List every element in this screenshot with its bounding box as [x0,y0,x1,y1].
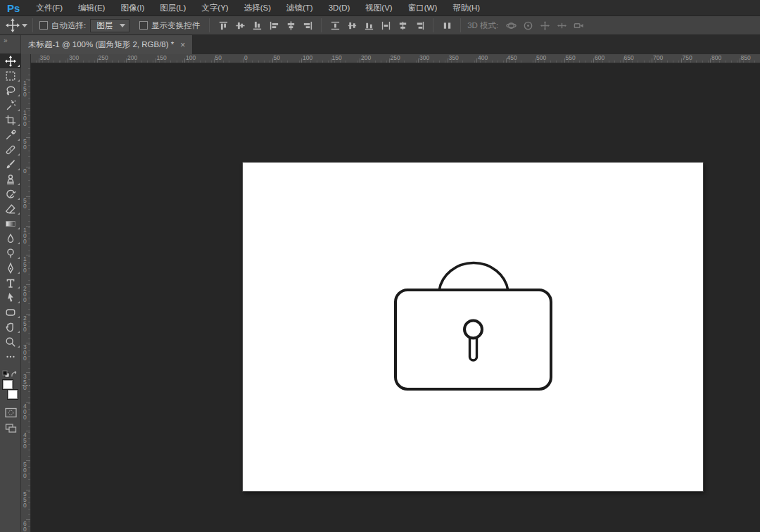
document-canvas[interactable] [243,163,703,491]
magic-wand-tool-button[interactable] [0,98,21,113]
flyout-triangle-icon [18,198,20,200]
ruler-major-tick [418,58,419,63]
align-top-edges-icon[interactable] [215,18,231,32]
3d-orbit-icon[interactable] [503,18,519,32]
document-tab[interactable]: 未标题-1 @ 100% (圆角矩形 2, RGB/8) * × [21,35,193,54]
menu-item-9[interactable]: 窗口(W) [400,0,445,16]
ruler-label: 400 [478,54,488,61]
ruler-label: 150 [332,54,342,61]
menu-item-8[interactable]: 视图(V) [357,0,400,16]
ruler-label: 4 0 0 [23,403,27,420]
menu-item-2[interactable]: 图像(I) [113,0,152,16]
brush-tool-button[interactable] [0,157,21,172]
double-chevron-icon: » [4,37,8,44]
ruler-label: 1 0 0 [23,227,27,244]
background-color-swatch[interactable] [7,389,18,400]
type-tool-button[interactable] [0,275,21,290]
distribute-top-edges-icon[interactable] [327,18,343,32]
ruler-label: 5 5 0 [23,491,27,508]
hand-tool-button[interactable] [0,319,21,334]
edit-toolbar-button[interactable] [0,349,21,364]
distribute-spacing-icon[interactable] [439,18,455,32]
chevron-down-icon[interactable] [22,23,27,27]
foreground-color-swatch[interactable] [2,379,13,390]
align-vertical-centers-icon[interactable] [232,18,248,32]
rounded-rectangle-tool-button[interactable] [0,305,21,319]
menu-item-7[interactable]: 3D(D) [321,0,358,16]
ruler-label: 850 [741,54,751,61]
flyout-triangle-icon [18,124,20,126]
ruler-major-tick [448,58,448,63]
crop-tool-button[interactable] [0,113,21,127]
menu-item-0[interactable]: 文件(F) [28,0,70,16]
ruler-major-tick [184,58,185,63]
flyout-triangle-icon [18,227,20,229]
tools-panel-collapse[interactable]: » [0,35,20,53]
horizontal-ruler[interactable]: 3503002502001501005005010015020025030035… [31,54,760,63]
ruler-label: 5 0 0 [23,462,27,479]
eraser-tool-button[interactable] [0,201,21,216]
flyout-triangle-icon [18,153,20,156]
align-right-edges-icon[interactable] [300,18,315,32]
clone-stamp-tool-button[interactable] [0,172,21,186]
ruler-label: 3 5 0 [23,374,27,391]
3d-slide-icon[interactable] [554,18,569,32]
show-transform-checkbox[interactable] [139,21,148,30]
spot-healing-brush-tool-button[interactable] [0,142,21,157]
eyedropper-tool-button[interactable] [0,127,21,142]
ruler-major-tick [331,58,331,63]
ruler-label: 1 5 0 [23,256,27,273]
3d-mode-label: 3D 模式: [467,20,498,31]
align-bottom-edges-icon[interactable] [249,18,265,32]
history-brush-tool-button[interactable] [0,186,21,201]
distribute-left-edges-icon[interactable] [378,18,393,32]
ruler-major-tick [593,58,594,63]
align-left-edges-icon[interactable] [266,18,281,32]
auto-select-checkbox[interactable] [39,21,48,30]
ruler-major-tick [681,58,682,63]
path-selection-tool-button[interactable] [0,290,21,305]
distribute-bottom-edges-icon[interactable] [361,18,376,32]
ruler-major-tick [126,58,127,63]
zoom-tool-button[interactable] [0,334,21,349]
ruler-label: 200 [127,54,137,61]
ruler-label: 2 0 0 [23,286,27,303]
ruler-major-tick [535,58,536,63]
3d-roll-icon[interactable] [520,18,536,32]
ruler-label: 0 [23,168,27,174]
auto-select-label: 自动选择: [51,20,86,31]
auto-select-target-dropdown[interactable]: 图层 [90,19,129,32]
canvas-viewport[interactable] [31,63,760,532]
padlock-outline-artwork [243,163,703,491]
menu-item-1[interactable]: 编辑(E) [70,0,113,16]
ruler-major-tick [389,58,390,63]
ruler-origin-corner[interactable] [21,54,31,63]
menu-item-10[interactable]: 帮助(H) [445,0,488,16]
ruler-label: 5 0 [23,198,27,209]
distribute-right-edges-icon[interactable] [412,18,427,32]
distribute-vertical-centers-icon[interactable] [344,18,360,32]
lasso-tool-button[interactable] [0,83,21,98]
quick-mask-button[interactable] [0,405,21,420]
separator [433,18,433,32]
menu-item-4[interactable]: 文字(Y) [194,0,236,16]
flyout-triangle-icon [18,346,20,348]
blur-tool-button[interactable] [0,231,21,246]
vertical-ruler[interactable]: 1 5 01 0 05 005 01 0 01 5 02 0 02 5 03 0… [21,63,31,532]
3d-camera-icon[interactable] [571,18,586,32]
distribute-horizontal-centers-icon[interactable] [395,18,410,32]
align-horizontal-centers-icon[interactable] [283,18,298,32]
menu-item-3[interactable]: 图层(L) [152,0,194,16]
menu-item-5[interactable]: 选择(S) [236,0,279,16]
separator [460,18,461,32]
dodge-tool-button[interactable] [0,246,21,260]
ruler-label: 100 [303,54,312,61]
rectangular-marquee-tool-button[interactable] [0,68,21,83]
3d-pan-icon[interactable] [537,18,552,32]
pen-tool-button[interactable] [0,260,21,275]
screen-mode-button[interactable] [0,420,21,436]
move-tool-button[interactable] [0,53,21,68]
close-tab-icon[interactable]: × [180,40,185,50]
menu-item-6[interactable]: 滤镜(T) [279,0,321,16]
gradient-tool-button[interactable] [0,216,21,231]
